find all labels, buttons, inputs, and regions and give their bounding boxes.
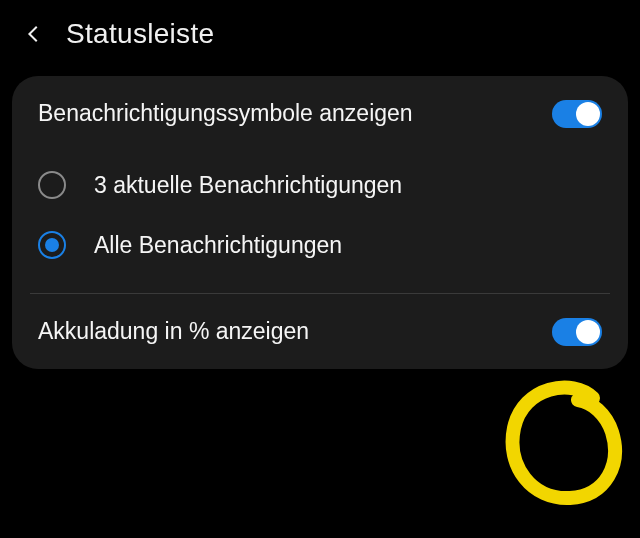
- page-title: Statusleiste: [66, 18, 214, 50]
- radio-label: 3 aktuelle Benachrichtigungen: [94, 172, 402, 199]
- setting-label: Akkuladung in % anzeigen: [38, 316, 309, 347]
- radio-icon: [38, 171, 66, 199]
- toggle-show-notification-icons[interactable]: [552, 100, 602, 128]
- header-bar: Statusleiste: [0, 0, 640, 76]
- back-icon[interactable]: [20, 20, 48, 48]
- setting-label: Benachrichtigungssymbole anzeigen: [38, 98, 413, 129]
- toggle-knob: [576, 102, 600, 126]
- toggle-knob: [576, 320, 600, 344]
- setting-show-notification-icons[interactable]: Benachrichtigungssymbole anzeigen: [12, 76, 628, 151]
- toggle-battery-percent[interactable]: [552, 318, 602, 346]
- radio-option-all[interactable]: Alle Benachrichtigungen: [38, 215, 602, 275]
- setting-battery-percent[interactable]: Akkuladung in % anzeigen: [12, 294, 628, 369]
- highlight-annotation: [498, 378, 628, 518]
- radio-label: Alle Benachrichtigungen: [94, 232, 342, 259]
- notification-icon-style-group: 3 aktuelle Benachrichtigungen Alle Benac…: [12, 151, 628, 293]
- radio-option-recent[interactable]: 3 aktuelle Benachrichtigungen: [38, 155, 602, 215]
- settings-panel: Benachrichtigungssymbole anzeigen 3 aktu…: [12, 76, 628, 369]
- radio-icon: [38, 231, 66, 259]
